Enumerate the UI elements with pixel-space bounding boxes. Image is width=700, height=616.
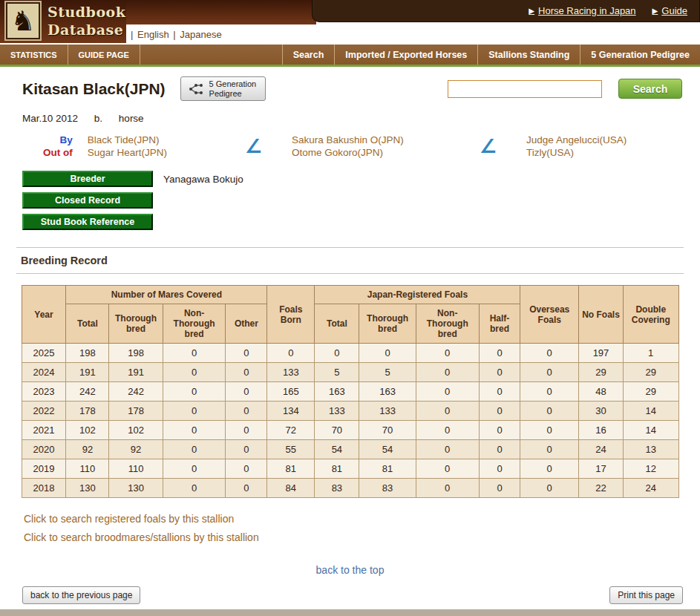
nav-left-group: STATISTICS GUIDE PAGE [0, 45, 140, 65]
value-cell: 0 [226, 421, 267, 440]
value-cell: 163 [359, 382, 416, 402]
dam-link[interactable]: Sugar Heart(JPN) [88, 146, 245, 159]
value-cell: 0 [520, 421, 579, 440]
value-cell: 0 [226, 402, 267, 421]
dam-dam-link[interactable]: Otome Gokoro(JPN) [292, 146, 480, 159]
value-cell: 24 [623, 479, 678, 498]
site-title-line2: Database [48, 21, 125, 39]
value-cell: 81 [315, 459, 359, 479]
pedigree-icon [188, 82, 204, 96]
value-cell: 0 [479, 459, 520, 479]
value-cell: 0 [163, 459, 226, 479]
value-cell: 0 [163, 344, 226, 363]
value-cell: 54 [315, 440, 359, 459]
dam-dam-dam-link[interactable]: Tizly(USA) [526, 146, 684, 159]
lang-english-link[interactable]: English [137, 29, 169, 40]
table-row: 2022178178001341331330003014 [22, 402, 678, 421]
value-cell: 191 [109, 363, 163, 382]
search-registered-foals-link[interactable]: Click to search registered foals by this… [24, 510, 684, 528]
value-cell: 0 [226, 382, 267, 402]
value-cell: 14 [623, 402, 678, 421]
col-header-double-covering: Double Covering [623, 286, 678, 344]
value-cell: 0 [520, 382, 579, 402]
table-row: 20209292005554540002413 [22, 440, 678, 459]
pedigree-summary: By Out of Black Tide(JPN) Sugar Heart(JP… [16, 134, 684, 159]
table-header: Year Number of Mares Covered Foals Born … [22, 286, 678, 344]
value-cell: 198 [66, 344, 109, 363]
sex: horse [119, 113, 144, 124]
nav-guide-page[interactable]: GUIDE PAGE [68, 45, 140, 65]
sire-link[interactable]: Black Tide(JPN) [88, 134, 245, 146]
lang-japanese-link[interactable]: Japanese [180, 29, 221, 40]
language-switcher: | English | Japanese [131, 29, 223, 40]
value-cell: 29 [623, 382, 678, 402]
studbook-reference-button[interactable]: Stud Book Reference [22, 214, 153, 230]
value-cell: 0 [163, 440, 226, 459]
value-cell: 110 [66, 459, 109, 479]
value-cell: 0 [416, 479, 479, 498]
dam-grandparents-column: Judge Angelucci(USA) Tizly(USA) [526, 134, 684, 159]
back-previous-page-button[interactable]: back to the previous page [22, 586, 140, 604]
bottom-buttons-row: back to the previous page Print this pag… [22, 586, 683, 604]
year-cell: 2022 [22, 402, 66, 421]
info-buttons: Breeder Yanagawa Bokujo Closed Record St… [22, 171, 684, 230]
nav-5-generation-pedigree[interactable]: 5 Generation Pedigree [580, 45, 700, 65]
dam-dam-sire-link[interactable]: Judge Angelucci(USA) [526, 134, 684, 146]
table-row: 2018130130008483830002224 [22, 479, 678, 498]
site-logo[interactable]: ♞ [6, 2, 40, 39]
value-cell: 0 [416, 363, 479, 382]
value-cell: 0 [416, 344, 479, 363]
nav-imported-exported-horses[interactable]: Imported / Exported Horses [334, 45, 477, 65]
breeder-row: Breeder Yanagawa Bokujo [22, 171, 684, 187]
search-button[interactable]: Search [618, 79, 682, 99]
nav-search[interactable]: Search [282, 45, 335, 65]
value-cell: 0 [520, 344, 579, 363]
guide-link[interactable]: ▶ Guide [652, 5, 687, 16]
pedigree-angle-icon: ∠ [245, 137, 262, 156]
value-cell: 165 [267, 382, 315, 402]
col-header-year: Year [22, 286, 66, 344]
table-row: 2023242242001651631630004829 [22, 382, 678, 402]
table-row: 2019110110008181810001712 [22, 459, 678, 479]
out-of-label: Out of [16, 146, 73, 159]
value-cell: 92 [66, 440, 109, 459]
search-input[interactable] [448, 80, 602, 98]
print-page-button[interactable]: Print this page [609, 586, 683, 604]
stallion-search-links: Click to search registered foals by this… [24, 510, 684, 547]
year-cell: 2024 [22, 363, 66, 382]
value-cell: 0 [359, 344, 416, 363]
search-broodmares-stallions-link[interactable]: Click to search broodmares/stallions by … [24, 528, 684, 547]
by-label: By [16, 134, 73, 146]
closed-record-button[interactable]: Closed Record [22, 192, 153, 209]
closed-record-row: Closed Record [22, 192, 684, 209]
back-to-top-link[interactable]: back to the top [316, 564, 385, 576]
breeder-name: Yanagawa Bokujo [163, 174, 243, 185]
value-cell: 0 [226, 459, 267, 479]
five-generation-pedigree-button[interactable]: 5 Generation Pedigree [180, 76, 266, 101]
breeder-button[interactable]: Breeder [22, 171, 153, 187]
horse-racing-japan-link[interactable]: ▶ Horse Racing in Japan [529, 5, 635, 16]
subcol-mares-total: Total [66, 304, 109, 344]
nav-statistics[interactable]: STATISTICS [0, 45, 68, 65]
dam-sire-link[interactable]: Sakura Bakushin O(JPN) [292, 134, 480, 146]
subcol-foals-total: Total [315, 304, 359, 344]
birth-info: Mar.10 2012 b. horse [22, 113, 684, 124]
value-cell: 70 [315, 421, 359, 440]
value-cell: 197 [579, 344, 624, 363]
value-cell: 13 [623, 440, 678, 459]
subcol-mares-thoroughbred: Thorough bred [109, 304, 163, 344]
value-cell: 0 [163, 382, 226, 402]
value-cell: 55 [267, 440, 315, 459]
value-cell: 0 [520, 440, 579, 459]
col-header-no-foals: No Foals [579, 286, 624, 344]
table-row: 2025198198000000001971 [22, 344, 678, 363]
value-cell: 0 [226, 440, 267, 459]
header-top-links: ▶ Horse Racing in Japan ▶ Guide [312, 0, 700, 22]
value-cell: 1 [623, 344, 678, 363]
value-cell: 102 [109, 421, 163, 440]
nav-stallions-standing[interactable]: Stallions Standing [477, 45, 580, 65]
table-row: 202419119100133550002929 [22, 363, 678, 382]
value-cell: 0 [416, 440, 479, 459]
year-cell: 2018 [22, 479, 66, 498]
value-cell: 0 [315, 344, 359, 363]
